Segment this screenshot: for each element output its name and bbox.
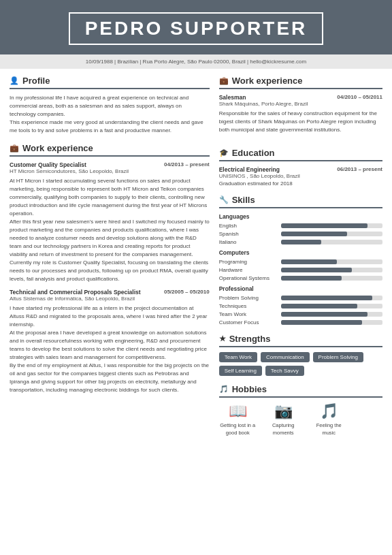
job-entry-2: Technical and Commercial Proposals Speci… xyxy=(10,289,210,400)
skill-os: Operational Systems xyxy=(219,275,382,281)
skill-bar-bg-customer-focus xyxy=(281,320,382,325)
skill-bar-fill-problem-solving xyxy=(281,296,372,300)
skill-bar-bg-programing xyxy=(281,259,382,264)
skills-section: 🔧 Skills Languages English Spanish Itali… xyxy=(219,195,382,326)
skill-bar-fill-english xyxy=(281,223,368,228)
work-experience-right-title: 💼 Work experience xyxy=(219,76,382,89)
strength-tags-container: Team Work Communication Problem Solving … xyxy=(219,352,382,376)
skill-bar-fill-customer-focus xyxy=(281,320,362,325)
job-entry-right-1: Salesman 04/2010 – 05/2011 Shark Máquina… xyxy=(219,94,382,140)
professional-label: Professional xyxy=(219,285,382,292)
camera-icon: 📷 xyxy=(274,402,293,420)
main-content: 👤 Profile In my professional life I have… xyxy=(0,69,392,451)
header: PEDRO SUPPORTER xyxy=(0,0,392,54)
book-icon: 📖 xyxy=(229,402,247,420)
strengths-icon: ★ xyxy=(219,334,226,343)
skill-label-hardware: Hardware xyxy=(219,267,277,273)
strength-tag-self-learning: Self Learning xyxy=(219,366,262,376)
job-entry-1: Customer Quality Specialist 04/2013 – pr… xyxy=(10,161,210,289)
skill-bar-bg-spanish xyxy=(281,232,382,236)
skill-label-italiano: Italiano xyxy=(219,239,277,245)
job-title-right-1: Salesman 04/2010 – 05/2011 xyxy=(219,94,382,101)
profile-icon: 👤 xyxy=(10,76,19,85)
skill-bar-fill-techniques xyxy=(281,304,357,308)
language-spanish: Spanish xyxy=(219,231,382,237)
skill-bar-bg-italiano xyxy=(281,240,382,244)
skill-label-teamwork: Team Work xyxy=(219,311,277,317)
strengths-title: ★ Strengths xyxy=(219,334,382,347)
hobbies-icon: 🎵 xyxy=(219,385,229,394)
hobby-camera-label: Capturing moments xyxy=(265,422,302,437)
skill-bar-bg-teamwork xyxy=(281,312,382,317)
candidate-name: PEDRO SUPPORTER xyxy=(69,12,324,45)
job-company-right-1: Shark Máquinas, Porto Alegre, Brazil xyxy=(219,101,382,107)
hobby-book: 📖 Getting lost in a good book xyxy=(219,402,257,437)
skill-bar-fill-spanish xyxy=(281,232,347,236)
skill-bar-fill-os xyxy=(281,276,342,281)
hobbies-title: 🎵 Hobbies xyxy=(219,384,382,398)
skill-customer-focus: Customer Focus xyxy=(219,319,382,326)
job-desc-2: I have started my professional life as a… xyxy=(10,304,210,394)
edu-school-1: UNISINOS , São Leopoldo, Brazil xyxy=(219,173,382,179)
work-icon-right: 💼 xyxy=(219,76,229,85)
strength-tag-tech-savvy: Tech Savvy xyxy=(265,366,304,376)
skill-bar-fill-teamwork xyxy=(281,312,368,317)
skill-label-problem-solving: Problem Solving xyxy=(219,295,277,301)
skill-teamwork: Team Work xyxy=(219,311,382,317)
skill-bar-bg-os xyxy=(281,276,382,281)
education-title: 🎓 Education xyxy=(219,148,382,161)
right-column: 💼 Work experience Salesman 04/2010 – 05/… xyxy=(219,76,382,445)
strengths-section: ★ Strengths Team Work Communication Prob… xyxy=(219,334,382,376)
job-company-2: Altus Sistemas de Informática, São Leopo… xyxy=(10,296,210,302)
edu-entry-1: Electrical Engineering 06/2013 – present… xyxy=(219,166,382,187)
skills-icon: 🔧 xyxy=(219,195,229,204)
education-section: 🎓 Education Electrical Engineering 06/20… xyxy=(219,148,382,187)
skill-label-customer-focus: Customer Focus xyxy=(219,319,277,326)
contact-info: 10/09/1988 | Brazilian | Rua Porto Alegr… xyxy=(86,59,306,65)
skill-bar-bg-techniques xyxy=(281,304,382,308)
skill-label-english: English xyxy=(219,223,277,229)
contact-bar: 10/09/1988 | Brazilian | Rua Porto Alegr… xyxy=(0,54,392,69)
skill-bar-bg-english xyxy=(281,223,382,228)
hobby-music: 🎵 Feeling the music xyxy=(310,402,348,437)
left-column: 👤 Profile In my professional life I have… xyxy=(10,76,210,445)
computers-label: Computers xyxy=(219,249,382,256)
work-experience-left-section: 💼 Work experience Customer Quality Speci… xyxy=(10,143,210,400)
languages-label: Languages xyxy=(219,213,382,220)
job-desc-1: At HT Micron I started accumulating seve… xyxy=(10,177,210,283)
profile-title: 👤 Profile xyxy=(10,76,210,89)
skill-label-spanish: Spanish xyxy=(219,231,277,237)
hobby-book-label: Getting lost in a good book xyxy=(219,422,257,437)
edu-note-1: Graduation estimated for 2018 xyxy=(219,180,382,187)
skill-bar-fill-hardware xyxy=(281,268,353,272)
job-company-1: HT Micron Semicondutores, São Leopoldo, … xyxy=(10,168,210,174)
skill-bar-fill-italiano xyxy=(281,240,322,244)
edu-degree-1: Electrical Engineering 06/2013 – present xyxy=(219,166,382,173)
profile-text: In my professional life I have acquired … xyxy=(10,94,210,135)
skill-label-techniques: Techniques xyxy=(219,303,277,309)
language-italiano: Italiano xyxy=(219,239,382,245)
strength-tag-teamwork: Team Work xyxy=(219,352,257,362)
hobby-camera: 📷 Capturing moments xyxy=(265,402,302,437)
work-experience-left-title: 💼 Work experience xyxy=(10,143,210,157)
job-title-2: Technical and Commercial Proposals Speci… xyxy=(10,289,210,296)
skill-bar-fill-programing xyxy=(281,259,337,264)
job-title-1: Customer Quality Specialist 04/2013 – pr… xyxy=(10,161,210,168)
strength-tag-problem-solving: Problem Solving xyxy=(313,352,363,362)
job-desc-right-1: Responsible for the sales of heavy const… xyxy=(219,110,382,134)
music-icon: 🎵 xyxy=(320,402,338,420)
skill-techniques: Techniques xyxy=(219,303,382,309)
strength-tag-communication: Communication xyxy=(261,352,310,362)
work-icon-left: 💼 xyxy=(10,144,19,153)
work-experience-right-section: 💼 Work experience Salesman 04/2010 – 05/… xyxy=(219,76,382,140)
skill-label-os: Operational Systems xyxy=(219,275,277,281)
profile-section: 👤 Profile In my professional life I have… xyxy=(10,76,210,135)
skill-problem-solving: Problem Solving xyxy=(219,295,382,301)
skill-bar-bg-hardware xyxy=(281,268,382,272)
education-icon: 🎓 xyxy=(219,148,229,157)
skill-label-programing: Programing xyxy=(219,259,277,265)
skill-bar-bg-problem-solving xyxy=(281,296,382,300)
hobbies-row: 📖 Getting lost in a good book 📷 Capturin… xyxy=(219,402,382,437)
skill-hardware: Hardware xyxy=(219,267,382,273)
hobby-music-label: Feeling the music xyxy=(310,422,348,437)
